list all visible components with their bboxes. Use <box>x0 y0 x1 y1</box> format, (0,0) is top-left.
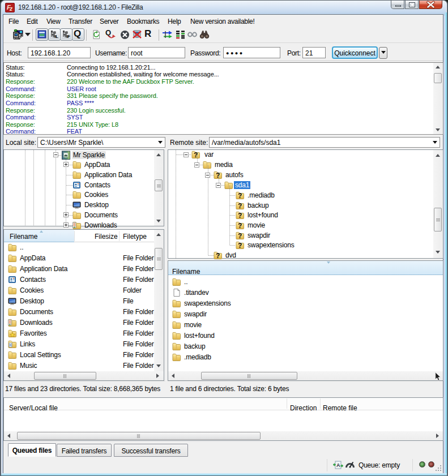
svg-text:A: A <box>336 462 340 468</box>
svg-text:z: z <box>9 6 12 12</box>
svg-text:L: L <box>56 34 58 39</box>
svg-text:F: F <box>67 34 70 39</box>
